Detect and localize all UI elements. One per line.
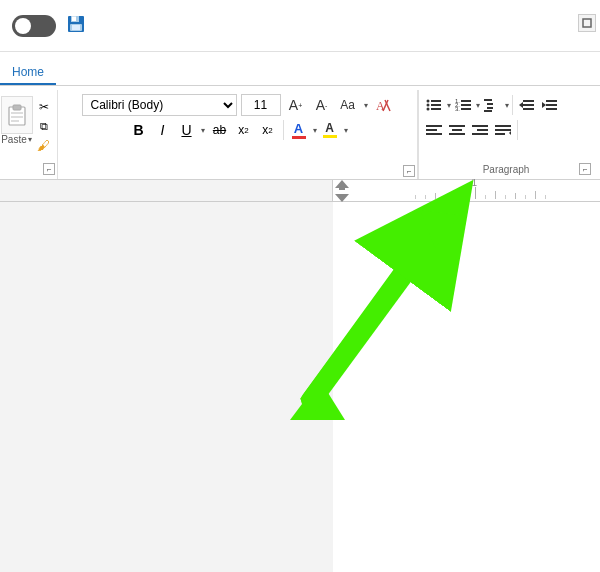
svg-rect-31: [523, 104, 534, 106]
align-center-button[interactable]: [446, 119, 468, 141]
separator2: [512, 95, 513, 115]
tab-layout[interactable]: [128, 71, 152, 85]
svg-rect-41: [449, 125, 465, 127]
svg-rect-27: [487, 103, 493, 105]
svg-marker-51: [335, 180, 349, 188]
superscript-button[interactable]: x2: [257, 119, 279, 141]
svg-rect-21: [461, 100, 471, 102]
svg-rect-10: [11, 120, 19, 122]
format-painter-button[interactable]: 🖌: [35, 136, 53, 154]
font-shrink-button[interactable]: A-: [311, 94, 333, 116]
font-format-row2: B I U ▾ ab x2 x2 A ▾ A ▾: [128, 119, 348, 141]
svg-point-18: [427, 108, 430, 111]
font-name-select[interactable]: Calibri (Body): [82, 94, 237, 116]
underline-button[interactable]: U: [176, 119, 198, 141]
document-page[interactable]: [333, 202, 600, 572]
svg-marker-53: [335, 194, 349, 202]
tab-insert[interactable]: [56, 71, 80, 85]
svg-rect-34: [546, 100, 557, 102]
case-dropdown-arrow[interactable]: ▾: [364, 101, 368, 110]
window-resize-button[interactable]: [578, 14, 596, 32]
svg-rect-49: [495, 133, 505, 135]
save-icon[interactable]: [66, 14, 86, 38]
bullets-button[interactable]: [423, 94, 445, 116]
svg-rect-26: [484, 99, 492, 101]
svg-marker-37: [542, 102, 546, 108]
content-area: [0, 202, 600, 572]
svg-rect-19: [431, 108, 441, 110]
font-color-letter: A: [294, 122, 303, 135]
subscript-button[interactable]: x2: [233, 119, 255, 141]
clipboard-dialog-launcher[interactable]: ⌐: [43, 163, 55, 175]
svg-rect-30: [523, 100, 534, 102]
ruler-left-margin: [0, 180, 333, 201]
tab-draw[interactable]: [80, 71, 104, 85]
underline-dropdown[interactable]: ▾: [201, 126, 205, 135]
separator3: [517, 120, 518, 140]
cut-button[interactable]: ✂: [35, 98, 53, 116]
svg-rect-2: [72, 16, 76, 21]
font-format-row1: Calibri (Body) A+ A- Aa ▾ A: [82, 94, 394, 116]
numbering-button[interactable]: 1. 2. 3.: [452, 94, 474, 116]
paragraph-label: Paragraph: [483, 164, 530, 175]
multilevel-dropdown[interactable]: ▾: [505, 101, 509, 110]
paste-button[interactable]: [1, 96, 33, 134]
tab-home[interactable]: Home: [0, 59, 56, 85]
tab-references[interactable]: [152, 71, 176, 85]
change-case-button[interactable]: Aa: [337, 94, 359, 116]
ribbon-tabs: Home: [0, 52, 600, 86]
svg-marker-33: [519, 102, 523, 108]
svg-rect-40: [426, 133, 442, 135]
tab-review[interactable]: [200, 71, 224, 85]
tab-design[interactable]: [104, 71, 128, 85]
toggle-button[interactable]: [12, 15, 56, 37]
font-color-dropdown[interactable]: ▾: [313, 126, 317, 135]
title-bar: [0, 0, 600, 52]
svg-text:1: 1: [472, 179, 478, 188]
copy-button[interactable]: ⧉: [35, 117, 53, 135]
align-left-button[interactable]: [423, 119, 445, 141]
align-right-button[interactable]: [469, 119, 491, 141]
font-color-button[interactable]: A: [288, 119, 310, 141]
left-margin: [0, 202, 333, 572]
svg-rect-5: [583, 19, 591, 27]
svg-rect-8: [11, 112, 23, 114]
svg-rect-7: [13, 105, 21, 110]
italic-button[interactable]: I: [152, 119, 174, 141]
paragraph-dialog-launcher[interactable]: ⌐: [579, 163, 591, 175]
tab-view[interactable]: [224, 71, 248, 85]
svg-rect-45: [477, 129, 488, 131]
svg-rect-42: [452, 129, 462, 131]
svg-rect-44: [472, 125, 488, 127]
svg-rect-39: [426, 129, 437, 131]
decrease-indent-button[interactable]: [516, 94, 538, 116]
justify-button[interactable]: [492, 119, 514, 141]
svg-rect-36: [546, 108, 557, 110]
font-size-input[interactable]: [241, 94, 281, 116]
bullets-dropdown[interactable]: ▾: [447, 101, 451, 110]
svg-rect-47: [495, 125, 511, 127]
increase-indent-button[interactable]: [539, 94, 561, 116]
clear-formatting-button[interactable]: A: [372, 94, 394, 116]
svg-rect-35: [546, 104, 557, 106]
paragraph-row2: [423, 119, 589, 141]
svg-point-14: [427, 100, 430, 103]
font-dialog-launcher[interactable]: ⌐: [403, 165, 415, 177]
svg-rect-15: [431, 100, 441, 102]
bold-button[interactable]: B: [128, 119, 150, 141]
strikethrough-button[interactable]: ab: [209, 119, 231, 141]
toggle-knob: [15, 18, 31, 34]
paste-dropdown[interactable]: Paste▾: [1, 134, 32, 145]
svg-rect-9: [11, 116, 23, 118]
numbering-dropdown[interactable]: ▾: [476, 101, 480, 110]
svg-rect-52: [339, 188, 345, 190]
svg-rect-23: [461, 104, 471, 106]
multilevel-list-button[interactable]: [481, 94, 503, 116]
clipboard-section: Paste▾ ✂ ⧉ 🖌 ⌐: [0, 90, 58, 179]
tab-mailings[interactable]: [176, 71, 200, 85]
paragraph-row1: ▾ 1. 2. 3. ▾: [423, 94, 589, 116]
highlight-letter: A: [325, 122, 334, 134]
highlight-dropdown[interactable]: ▾: [344, 126, 348, 135]
highlight-button[interactable]: A: [319, 119, 341, 141]
font-grow-button[interactable]: A+: [285, 94, 307, 116]
